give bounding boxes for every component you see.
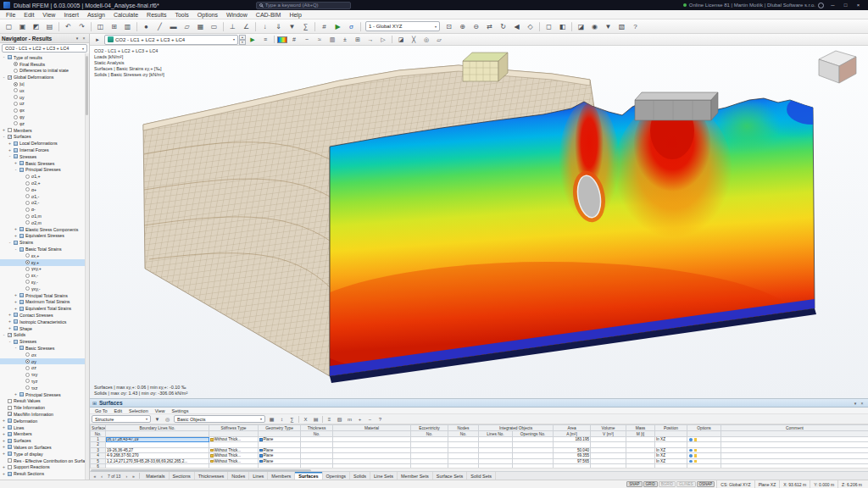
tree-item-icon[interactable]: [25, 280, 30, 284]
first-page-icon[interactable]: «: [92, 474, 98, 479]
undo-icon[interactable]: ↶: [62, 20, 75, 32]
tree-expander-icon[interactable]: -: [14, 346, 18, 350]
navigator-tree-item[interactable]: + Basic Stresses: [0, 160, 89, 167]
tab-member-sets[interactable]: Member Sets: [398, 472, 433, 480]
tree-item-icon[interactable]: [8, 75, 12, 80]
column-sub-header[interactable]: No.: [411, 431, 448, 437]
tab-members[interactable]: Members: [268, 472, 295, 480]
navigator-header[interactable]: Navigator - Results ▾×: [0, 34, 89, 43]
render-icon[interactable]: ◧: [556, 20, 569, 32]
result-values-icon[interactable]: #: [288, 35, 300, 45]
tab-solids[interactable]: Solids: [350, 472, 370, 480]
result-grid-icon[interactable]: ⊞: [352, 35, 364, 45]
menu-file[interactable]: File: [2, 10, 19, 19]
tree-item-icon[interactable]: [14, 102, 18, 106]
zoom-window-icon[interactable]: ⊡: [442, 20, 455, 32]
redo-icon[interactable]: ↷: [75, 20, 88, 32]
tree-item-icon[interactable]: [14, 148, 18, 152]
toggle-osnap[interactable]: OSNAP: [697, 481, 715, 487]
tree-expander-icon[interactable]: -: [2, 135, 6, 139]
separator[interactable]: [58, 22, 59, 31]
tree-item-icon[interactable]: [14, 95, 18, 99]
table-help-icon[interactable]: ?: [376, 415, 385, 424]
menu-help[interactable]: Help: [285, 10, 305, 19]
select-all-icon[interactable]: ▦: [267, 415, 276, 424]
load-combination-icon[interactable]: ∑: [299, 20, 312, 32]
results-navigator-tree[interactable]: - Type of results Final Results Differen…: [0, 53, 89, 480]
navigator-tree-item[interactable]: + Principal Total Strains: [0, 292, 89, 299]
column-group-header[interactable]: Integrated Objects: [479, 425, 554, 431]
navigator-tree-item[interactable]: τxz: [0, 385, 89, 391]
column-group-header[interactable]: Comment: [721, 425, 868, 431]
tree-item-icon[interactable]: [19, 168, 24, 172]
next-page-icon[interactable]: ›: [123, 474, 130, 479]
minimize-button[interactable]: ─: [826, 0, 839, 10]
mesh-icon[interactable]: #: [318, 20, 331, 32]
toggle-snap[interactable]: SNAP: [626, 481, 642, 487]
tree-item-icon[interactable]: [8, 472, 12, 476]
navigator-tree-item[interactable]: - Stresses: [0, 153, 89, 160]
table-settings-icon[interactable]: ≡: [325, 415, 334, 424]
tree-expander-icon[interactable]: +: [14, 161, 18, 165]
navigator-tree-item[interactable]: εy,+: [0, 259, 89, 266]
navigator-tree-item[interactable]: + Members: [0, 430, 89, 437]
column-group-header[interactable]: Thickness: [301, 425, 333, 431]
column-sub-header[interactable]: No.: [91, 431, 106, 437]
column-sub-header[interactable]: Lines No.: [479, 431, 513, 437]
print-icon[interactable]: ▤: [43, 20, 56, 32]
save-model-icon[interactable]: ◩: [30, 20, 42, 32]
select-icon[interactable]: ▸: [92, 35, 103, 45]
navigator-tree-item[interactable]: σy: [0, 358, 89, 365]
separator[interactable]: [255, 22, 256, 31]
tree-item-icon[interactable]: [25, 260, 30, 264]
tree-item-icon[interactable]: [8, 406, 12, 410]
navigator-tree-item[interactable]: Title Information: [0, 404, 89, 411]
tree-item-icon[interactable]: [8, 333, 12, 337]
navigator-tree-item[interactable]: σx: [0, 352, 89, 358]
tab-sections[interactable]: Sections: [170, 472, 195, 480]
tree-item-icon[interactable]: [14, 319, 18, 324]
filter-icon[interactable]: ▼: [602, 20, 615, 32]
column-sub-header[interactable]: [687, 431, 721, 437]
tab-materials[interactable]: Materials: [142, 472, 169, 480]
tree-item-icon[interactable]: [25, 379, 30, 383]
tree-item-icon[interactable]: [8, 419, 12, 423]
zoom-out-icon[interactable]: ⊖: [470, 20, 482, 32]
navigator-tree-item[interactable]: + Surfaces: [0, 437, 89, 444]
nodal-support-icon[interactable]: ⊥: [226, 20, 239, 32]
tree-item-icon[interactable]: [19, 247, 24, 252]
navigator-tree-item[interactable]: - Basic Total Strains: [0, 246, 89, 252]
navigation-cube[interactable]: [819, 51, 856, 83]
area-load-icon[interactable]: ▼: [286, 20, 298, 32]
separator[interactable]: [274, 36, 275, 43]
tree-expander-icon[interactable]: +: [14, 227, 18, 231]
show-results-icon[interactable]: [277, 36, 287, 43]
table-menu-selection[interactable]: Selection: [125, 408, 152, 413]
column-sub-header[interactable]: [209, 431, 259, 437]
tree-item-icon[interactable]: [8, 439, 12, 443]
tree-item-icon[interactable]: [19, 293, 24, 297]
navigator-tree-item[interactable]: σ2,-: [0, 200, 89, 207]
column-sub-header[interactable]: M [t]: [626, 431, 655, 437]
navigator-tree-item[interactable]: + Equivalent Stresses: [0, 233, 89, 240]
tree-item-icon[interactable]: [8, 452, 12, 456]
tree-expander-icon[interactable]: +: [14, 392, 18, 396]
units-icon[interactable]: m: [345, 415, 354, 424]
tree-item-icon[interactable]: [8, 135, 12, 139]
tree-item-icon[interactable]: [25, 253, 30, 258]
tree-expander-icon[interactable]: -: [8, 154, 12, 158]
navigator-tree-item[interactable]: - Stresses: [0, 338, 89, 345]
separator[interactable]: [322, 416, 323, 423]
navigator-tree-item[interactable]: Differences to initial state: [0, 68, 89, 75]
table-search-icon[interactable]: ◎: [163, 415, 172, 424]
column-sub-header[interactable]: No.: [301, 431, 333, 437]
toggle-glines[interactable]: GLINES: [676, 481, 696, 487]
menu-edit[interactable]: Edit: [19, 10, 38, 19]
navigator-tree-item[interactable]: + Type of display: [0, 451, 89, 458]
navigator-tree-item[interactable]: + Values on Surfaces: [0, 444, 89, 451]
tree-item-icon[interactable]: [19, 307, 24, 311]
navigator-tree-item[interactable]: - Global Deformations: [0, 74, 89, 80]
navigator-tree-item[interactable]: φz: [0, 120, 89, 127]
tree-expander-icon[interactable]: +: [2, 472, 6, 476]
pan-icon[interactable]: ⇄: [483, 20, 496, 32]
